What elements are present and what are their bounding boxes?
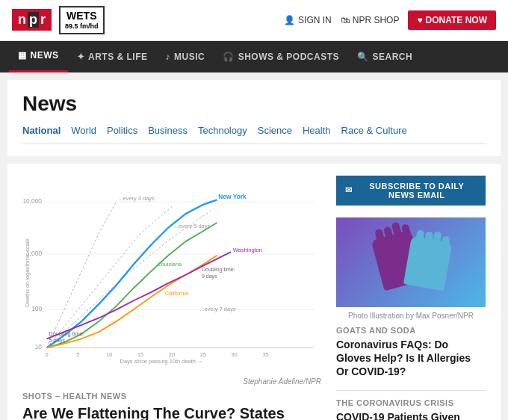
svg-text:10,000: 10,000 <box>22 197 42 205</box>
bag-icon: 🛍 <box>341 15 350 25</box>
logos: n p r WETS 89.5 fm/hd <box>12 6 105 34</box>
subnav-national[interactable]: National <box>22 125 61 136</box>
chart-container: 10,000 1,000 100 10 Deaths on logarithmi… <box>22 176 321 370</box>
envelope-icon: ✉ <box>345 185 353 195</box>
subnav-business[interactable]: Business <box>148 125 188 136</box>
sidebar: ✉ SUBSCRIBE TO DAILY NEWS EMAIL Photo Il… <box>336 176 486 420</box>
wets-logo: WETS 89.5 fm/hd <box>59 6 105 34</box>
subnav-health[interactable]: Health <box>303 125 331 136</box>
nav-arts-life[interactable]: ✦ ARTS & LIFE <box>68 41 157 72</box>
svg-text:35: 35 <box>262 350 268 357</box>
svg-text:10: 10 <box>106 350 112 357</box>
svg-text:California: California <box>165 289 189 296</box>
wets-freq: 89.5 fm/hd <box>65 22 99 31</box>
sidebar-category-2: THE CORONAVIRUS CRISIS <box>336 398 486 407</box>
main-nav: ▦ NEWS ✦ ARTS & LIFE ♪ MUSIC 🎧 SHOWS & P… <box>0 41 508 72</box>
svg-text:Doubling time:: Doubling time: <box>49 330 84 336</box>
newspaper-icon: ▦ <box>18 50 27 61</box>
news-page-title: News <box>22 92 486 116</box>
svg-text:Washington: Washington <box>233 247 262 253</box>
content-area: 10,000 1,000 100 10 Deaths on logarithmi… <box>7 164 501 420</box>
article-headline[interactable]: Are We Flattening The Curve? States Keep… <box>22 404 321 420</box>
sidebar-headline-2[interactable]: COVID-19 Patients Given Unproven Drug In… <box>336 410 486 420</box>
svg-text:...every 7 days: ...every 7 days <box>199 306 236 312</box>
gloves-visual <box>370 236 452 288</box>
svg-text:New York: New York <box>218 193 247 200</box>
headphones-icon: 🎧 <box>223 52 235 62</box>
music-icon: ♪ <box>166 52 171 62</box>
svg-text:15: 15 <box>137 350 143 357</box>
npr-logo: n p r <box>12 9 52 31</box>
subscribe-button[interactable]: ✉ SUBSCRIBE TO DAILY NEWS EMAIL <box>336 176 486 206</box>
svg-text:Louisiana: Louisiana <box>158 260 182 267</box>
news-section-header: News National World Politics Business Te… <box>7 80 501 156</box>
top-nav-right: 👤 SIGN IN 🛍 NPR SHOP ♥ DONATE NOW <box>284 10 496 30</box>
svg-text:Deaths on logarithmic scale: Deaths on logarithmic scale <box>24 238 31 306</box>
subnav-technology[interactable]: Technology <box>198 125 247 136</box>
nav-news[interactable]: ▦ NEWS <box>9 41 68 72</box>
svg-text:5: 5 <box>76 350 79 357</box>
svg-text:...every 5 days: ...every 5 days <box>174 223 211 229</box>
npr-r: r <box>40 12 46 28</box>
heart-icon: ♥ <box>417 15 422 25</box>
svg-text:9 days: 9 days <box>202 273 217 279</box>
coronavirus-chart: 10,000 1,000 100 10 Deaths on logarithmi… <box>22 176 321 370</box>
sidebar-category-1: GOATS AND SODA <box>336 326 486 335</box>
sign-in-link[interactable]: 👤 SIGN IN <box>284 15 332 25</box>
sidebar-headline-1[interactable]: Coronavirus FAQs: Do Gloves Help? Is It … <box>336 338 486 379</box>
nav-music[interactable]: ♪ MUSIC <box>157 41 214 72</box>
svg-text:100: 100 <box>31 305 42 312</box>
user-icon: 👤 <box>284 15 295 25</box>
gloves-image <box>336 217 486 307</box>
npr-n: n <box>18 12 26 28</box>
nav-shows-podcasts[interactable]: 🎧 SHOWS & PODCASTS <box>214 41 348 72</box>
svg-text:...every 3 days: ...every 3 days <box>118 195 155 202</box>
svg-text:10: 10 <box>35 343 43 350</box>
sidebar-divider <box>336 390 486 391</box>
svg-text:Doubling time:: Doubling time: <box>202 267 235 273</box>
wets-name: WETS <box>65 10 99 22</box>
svg-text:30: 30 <box>232 350 238 357</box>
photo-credit: Photo Illustration by Max Posner/NPR <box>336 312 486 320</box>
svg-text:5 days: 5 days <box>49 337 65 344</box>
svg-text:Days since passing 10th death : Days since passing 10th death → <box>120 358 203 365</box>
chart-credit: Stephanie Adeline/NPR <box>22 377 321 386</box>
donate-button[interactable]: ♥ DONATE NOW <box>408 10 496 30</box>
npr-shop-link[interactable]: 🛍 NPR SHOP <box>341 15 400 25</box>
arts-icon: ✦ <box>77 52 85 62</box>
svg-text:0: 0 <box>45 350 48 357</box>
search-nav-icon: 🔍 <box>357 52 369 62</box>
blue-glove <box>403 235 452 291</box>
article-category: SHOTS – HEALTH NEWS <box>22 392 321 401</box>
main-content: 10,000 1,000 100 10 Deaths on logarithmi… <box>22 176 321 420</box>
svg-text:20: 20 <box>169 350 175 357</box>
top-header: n p r WETS 89.5 fm/hd 👤 SIGN IN 🛍 NPR SH… <box>0 0 508 41</box>
subnav-science[interactable]: Science <box>258 125 292 136</box>
svg-text:25: 25 <box>200 350 206 357</box>
subnav-world[interactable]: World <box>71 125 96 136</box>
subnav-politics[interactable]: Politics <box>107 125 137 136</box>
news-subnav: National World Politics Business Technol… <box>22 125 486 144</box>
npr-p: p <box>28 12 39 28</box>
subnav-race-culture[interactable]: Race & Culture <box>341 125 407 136</box>
nav-search[interactable]: 🔍 SEARCH <box>348 41 421 72</box>
